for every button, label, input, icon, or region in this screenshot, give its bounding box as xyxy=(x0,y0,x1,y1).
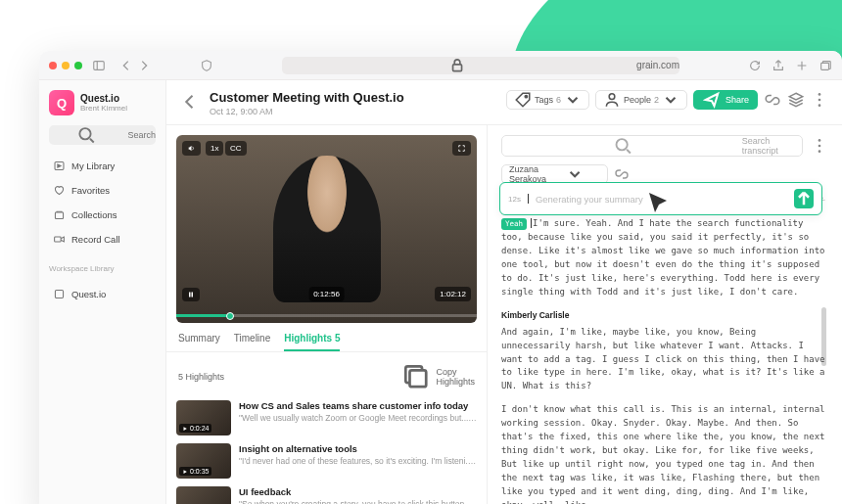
svg-point-11 xyxy=(819,93,821,96)
layers-button[interactable] xyxy=(787,91,805,109)
workspace-name: Quest.io xyxy=(80,93,127,104)
highlight-thumb: 0:0:43 xyxy=(176,486,231,504)
sidebar-search[interactable]: Search xyxy=(49,125,156,145)
share-button[interactable]: Share xyxy=(693,90,758,110)
highlight-item[interactable]: 0:0:24 How CS and Sales teams share cust… xyxy=(176,400,477,435)
shield-icon[interactable] xyxy=(200,59,213,72)
play-icon xyxy=(182,469,188,475)
page-subtitle: Oct 12, 9:00 AM xyxy=(210,107,404,116)
svg-rect-7 xyxy=(55,237,62,242)
copy-icon xyxy=(399,360,433,393)
summary-input-box[interactable]: 12s Generating your summary xyxy=(499,182,822,215)
transcript-more-button[interactable] xyxy=(811,137,828,155)
collections-icon xyxy=(53,208,66,221)
tab-timeline[interactable]: Timeline xyxy=(234,333,270,351)
svg-point-4 xyxy=(79,128,90,139)
page-header: Customer Meeting with Quest.io Oct 12, 9… xyxy=(166,80,842,125)
speaker-link-button[interactable] xyxy=(614,166,630,182)
url-bar[interactable]: grain.com xyxy=(282,57,679,74)
tab-summary[interactable]: Summary xyxy=(178,333,220,351)
svg-rect-14 xyxy=(189,292,191,297)
video-tabs: Summary Timeline Highlights 5 xyxy=(166,323,487,352)
browser-titlebar: grain.com xyxy=(39,51,842,80)
nav-forward-icon[interactable] xyxy=(137,59,151,72)
sidebar-section-label: Workspace Library xyxy=(49,264,156,273)
window-controls[interactable] xyxy=(49,62,82,69)
maximize-window-icon[interactable] xyxy=(74,62,82,69)
url-host: grain.com xyxy=(636,60,679,70)
copy-highlights-button[interactable]: Copy Highlights xyxy=(399,360,475,393)
more-button[interactable] xyxy=(811,91,828,109)
people-icon xyxy=(603,91,621,109)
highlight-item[interactable]: 0:0:35 Insight on alternative tools"I'd … xyxy=(176,443,477,479)
record-icon xyxy=(53,233,66,246)
play-icon xyxy=(182,426,188,432)
transcript-search[interactable]: Search transcript xyxy=(501,135,803,157)
svg-point-18 xyxy=(819,139,821,142)
sidebar-item-collections[interactable]: Collections xyxy=(49,204,156,226)
sidebar: Q Quest.io Brent Kimmel Search My Librar… xyxy=(39,80,166,504)
lock-icon xyxy=(282,57,632,74)
transcript-body[interactable]: This is who's in it. Okay. So Todd. It w… xyxy=(501,190,828,504)
speaker-name: Kimberly Carlisle xyxy=(501,309,828,322)
speed-button[interactable]: 1x xyxy=(206,141,223,156)
sidebar-toggle-icon[interactable] xyxy=(92,59,106,72)
play-pause-button[interactable] xyxy=(182,288,200,301)
search-icon xyxy=(509,136,737,156)
link-button[interactable] xyxy=(764,91,781,109)
minimize-window-icon[interactable] xyxy=(62,62,70,69)
svg-point-10 xyxy=(609,94,615,100)
highlights-count-label: 5 Highlights xyxy=(178,372,224,382)
video-progress[interactable] xyxy=(176,309,477,323)
share-icon[interactable] xyxy=(772,59,785,72)
app-window: grain.com Q Quest.io Brent Kimmel Search xyxy=(39,51,842,504)
time-total: 1:02:12 xyxy=(435,287,471,301)
library-icon xyxy=(53,160,66,172)
workspace-logo: Q xyxy=(49,90,74,115)
workspace-icon xyxy=(53,288,66,300)
video-player[interactable]: 1x CC 0:12:56 1:02:12 xyxy=(176,135,477,323)
scrollbar[interactable] xyxy=(821,307,826,366)
chevron-down-icon xyxy=(564,91,582,109)
new-tab-icon[interactable] xyxy=(795,59,809,72)
video-column: 1x CC 0:12:56 1:02:12 Summary xyxy=(166,125,488,504)
tab-highlights[interactable]: Highlights 5 xyxy=(284,333,340,351)
sidebar-item-workspace[interactable]: Quest.io xyxy=(49,283,156,305)
workspace-header[interactable]: Q Quest.io Brent Kimmel xyxy=(49,90,156,115)
svg-rect-15 xyxy=(192,292,194,297)
svg-rect-0 xyxy=(94,61,105,69)
speaker-selector[interactable]: Zuzana Serakova xyxy=(501,164,608,184)
back-button[interactable] xyxy=(180,92,200,112)
heart-icon xyxy=(53,184,66,197)
svg-point-20 xyxy=(819,150,821,153)
highlight-thumb: 0:0:24 xyxy=(176,400,231,435)
sidebar-item-record[interactable]: Record Call xyxy=(49,228,156,251)
highlight-thumb: 0:0:35 xyxy=(176,443,231,479)
tag-icon xyxy=(514,91,532,109)
tags-chip[interactable]: Tags 6 xyxy=(506,90,589,110)
svg-rect-6 xyxy=(55,212,63,219)
svg-rect-3 xyxy=(821,63,829,69)
people-chip[interactable]: People 2 xyxy=(595,90,687,110)
page-title: Customer Meeting with Quest.io xyxy=(210,90,404,105)
sidebar-item-library[interactable]: My Library xyxy=(49,155,156,177)
fullscreen-button[interactable] xyxy=(452,141,471,156)
chevron-down-icon xyxy=(662,91,679,109)
svg-point-17 xyxy=(617,139,628,150)
transcript-column: Search transcript Zuzana Serakova xyxy=(488,125,842,504)
svg-point-12 xyxy=(819,99,821,102)
highlight-item[interactable]: 0:0:43 UI feedback"So when you're creati… xyxy=(176,486,477,504)
workspace-user: Brent Kimmel xyxy=(80,104,127,113)
search-icon xyxy=(49,125,123,145)
svg-rect-16 xyxy=(409,370,426,387)
close-window-icon[interactable] xyxy=(49,62,57,69)
refresh-icon[interactable] xyxy=(748,59,762,72)
cc-button[interactable]: CC xyxy=(225,141,247,156)
tabs-icon[interactable] xyxy=(819,59,832,72)
svg-rect-2 xyxy=(453,64,462,70)
svg-point-19 xyxy=(819,145,821,148)
nav-back-icon[interactable] xyxy=(119,59,133,72)
mute-button[interactable] xyxy=(182,141,201,156)
sidebar-item-favorites[interactable]: Favorites xyxy=(49,179,156,202)
chevron-down-icon xyxy=(550,165,599,183)
